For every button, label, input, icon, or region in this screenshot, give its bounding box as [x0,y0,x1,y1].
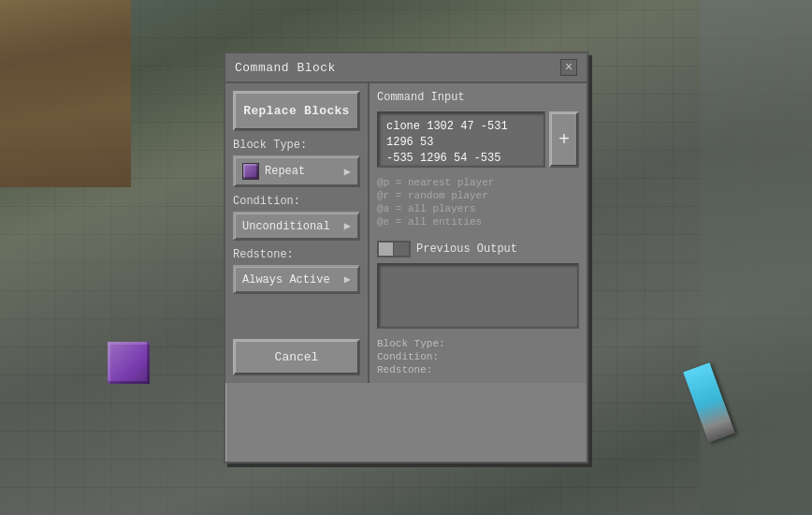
dialog-titlebar: Command Block × [225,53,587,83]
cancel-button[interactable]: Cancel [233,339,360,375]
bottom-info: Block Type: Condition: Redstone: [377,338,579,375]
left-panel: Replace Blocks Block Type: Repeat ▶ Cond… [225,83,370,383]
hint-p: @p = nearest player [377,177,579,188]
condition-value: Unconditional [242,220,330,233]
command-input[interactable]: clone 1302 47 -531 1296 53 -535 1296 54 … [377,111,545,168]
command-block-dialog: Command Block × Replace Blocks Block Typ… [224,52,588,464]
command-input-row: clone 1302 47 -531 1296 53 -535 1296 54 … [377,111,579,168]
plus-button[interactable]: + [549,111,579,168]
redstone-value: Always Active [242,273,330,287]
block-type-group: Block Type: Repeat ▶ [233,139,360,187]
info-block-type: Block Type: [377,338,579,349]
toggle-on-half [394,243,409,256]
redstone-label: Redstone: [233,248,360,261]
dialog-overlay: Command Block × Replace Blocks Block Typ… [0,0,812,515]
previous-output-row: Previous Output [377,241,579,258]
condition-group: Condition: Unconditional ▶ [233,195,360,241]
block-type-icon-row: Repeat [242,163,305,180]
block-type-dropdown[interactable]: Repeat ▶ [233,155,360,187]
previous-output-label: Previous Output [416,243,517,256]
repeat-block-icon [242,163,259,180]
condition-dropdown[interactable]: Unconditional ▶ [233,212,360,241]
toggle-off-half [379,243,394,256]
dialog-body: Replace Blocks Block Type: Repeat ▶ Cond… [225,83,587,383]
redstone-group: Redstone: Always Active ▶ [233,248,360,294]
replace-blocks-button[interactable]: Replace Blocks [233,91,360,131]
command-input-label: Command Input [377,91,579,104]
hints-section: @p = nearest player @r = random player @… [377,173,579,231]
previous-output-toggle[interactable] [377,241,411,258]
redstone-dropdown[interactable]: Always Active ▶ [233,265,360,294]
right-panel: Command Input clone 1302 47 -531 1296 53… [370,83,587,383]
previous-output-box [377,263,579,329]
close-button[interactable]: × [560,59,577,76]
block-type-label: Block Type: [233,139,360,152]
info-condition: Condition: [377,351,579,362]
condition-label: Condition: [233,195,360,208]
hint-r: @r = random player [377,190,579,201]
chevron-right-icon: ▶ [344,165,351,179]
hint-e: @e = all entities [377,216,579,228]
hint-a: @a = all players [377,203,579,214]
dialog-title: Command Block [235,61,336,75]
info-redstone: Redstone: [377,364,579,375]
chevron-right-icon-2: ▶ [344,219,351,233]
chevron-right-icon-3: ▶ [344,272,351,287]
block-type-value: Repeat [265,165,305,178]
